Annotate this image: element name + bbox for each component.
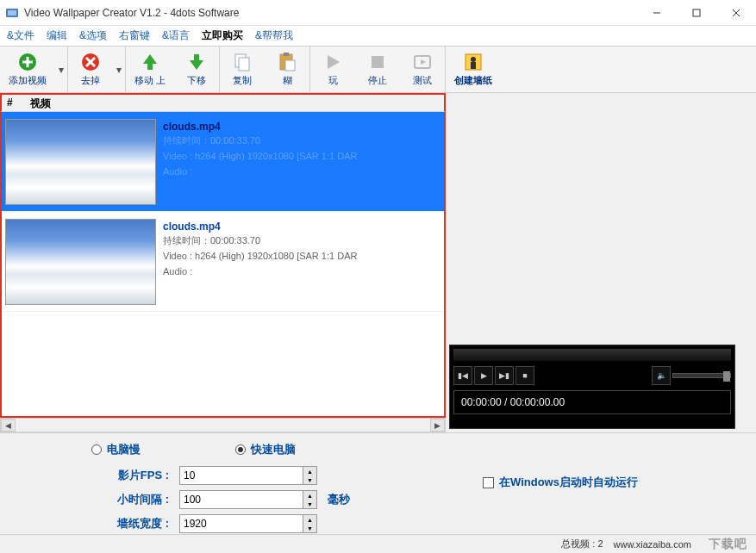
test-button[interactable]: 测试	[400, 47, 445, 92]
scroll-track[interactable]	[16, 419, 430, 432]
play-button[interactable]: 玩	[310, 47, 355, 92]
interval-spinner[interactable]: 100 ▲▼	[179, 490, 317, 509]
watermark: 下载吧	[709, 537, 747, 552]
svg-rect-1	[8, 10, 16, 16]
spin-down-icon[interactable]: ▼	[303, 524, 316, 532]
svg-point-24	[471, 57, 476, 62]
radio-icon	[91, 444, 102, 455]
title-bar: Video Wallpaper Creator V1.2 - 4dots Sof…	[0, 0, 756, 26]
video-codec: Video : h264 (High) 1920x1080 [SAR 1:1 D…	[163, 250, 357, 264]
menu-options[interactable]: &选项	[79, 28, 107, 43]
radio-slow-label: 电脑慢	[107, 442, 141, 457]
video-filename: clouds.mp4	[163, 121, 357, 133]
video-audio: Audio :	[163, 265, 357, 279]
fps-label: 影片FPS :	[91, 468, 169, 483]
svg-rect-18	[285, 60, 295, 71]
copy-button[interactable]: 复制	[220, 47, 265, 92]
status-site: www.xiazaiba.com	[614, 539, 691, 550]
build-button[interactable]: 创建墙纸	[446, 47, 501, 92]
remove-button[interactable]: 去掉	[68, 47, 113, 92]
svg-marker-19	[328, 55, 340, 69]
moveup-button[interactable]: 移动 上	[126, 47, 174, 92]
maximize-button[interactable]	[677, 0, 716, 26]
movedown-button[interactable]: 下移	[174, 47, 219, 92]
add-video-label: 添加视频	[9, 74, 47, 87]
svg-marker-13	[190, 54, 203, 70]
video-audio: Audio :	[163, 165, 357, 179]
copy-label: 复制	[233, 74, 252, 87]
radio-fast-pc[interactable]: 快速电脑	[235, 442, 296, 457]
spin-down-icon[interactable]: ▼	[303, 475, 316, 484]
radio-fast-label: 快速电脑	[251, 442, 296, 457]
video-duration: 持续时间：00:00:33.70	[163, 134, 357, 148]
toolbar: 添加视频 ▾ 去掉 ▾ 移动 上 下移 复制 糊 玩	[0, 47, 756, 93]
build-label: 创建墙纸	[454, 74, 492, 87]
list-row[interactable]: clouds.mp4 持续时间：00:00:33.70 Video : h264…	[2, 112, 444, 212]
autorun-label: 在Windows启动时自动运行	[499, 475, 638, 490]
interval-value: 100	[184, 494, 201, 506]
horizontal-scrollbar[interactable]: ◀ ▶	[0, 418, 446, 432]
close-button[interactable]	[716, 0, 756, 26]
spin-up-icon[interactable]: ▲	[303, 467, 316, 475]
status-total: 总视频 : 2	[561, 537, 603, 550]
menu-rightkey[interactable]: 右窗键	[119, 28, 150, 43]
interval-label: 小时间隔 :	[91, 492, 169, 507]
spin-up-icon[interactable]: ▲	[303, 515, 316, 524]
video-filename: clouds.mp4	[163, 221, 357, 233]
remove-dropdown-arrow[interactable]: ▾	[113, 47, 125, 92]
arrow-up-icon	[140, 52, 160, 72]
player-mute-button[interactable]: 🔈	[652, 366, 671, 385]
menu-file[interactable]: &文件	[7, 28, 34, 43]
player-prev-button[interactable]: ▮◀	[453, 366, 472, 385]
menu-buy[interactable]: 立即购买	[202, 28, 243, 43]
movedown-label: 下移	[187, 74, 206, 87]
remove-label: 去掉	[81, 74, 100, 87]
player-play-button[interactable]: ▶	[474, 366, 493, 385]
play-label: 玩	[328, 74, 338, 87]
add-video-button[interactable]: 添加视频	[0, 47, 55, 92]
preview-pane: ▮◀ ▶ ▶▮ ■ 🔈 00:00:00 / 00:00:00.00	[446, 93, 756, 432]
width-label: 墙纸宽度 :	[91, 516, 169, 531]
radio-slow-pc[interactable]: 电脑慢	[91, 442, 141, 457]
player-next-button[interactable]: ▶▮	[495, 366, 514, 385]
menu-bar: &文件 编辑 &选项 右窗键 &语言 立即购买 &帮帮我	[0, 26, 756, 47]
minimize-button[interactable]	[637, 0, 677, 26]
list-header: # 视频	[0, 93, 446, 112]
player-seekbar[interactable]	[453, 349, 731, 361]
fps-value: 10	[184, 469, 195, 482]
stop-button[interactable]: 停止	[355, 47, 400, 92]
scroll-left-arrow[interactable]: ◀	[1, 419, 16, 432]
player-time: 00:00:00 / 00:00:00.00	[453, 390, 731, 414]
build-icon	[463, 52, 484, 72]
fps-spinner[interactable]: 10 ▲▼	[179, 466, 317, 485]
menu-edit[interactable]: 编辑	[47, 28, 67, 43]
col-video[interactable]: 视频	[30, 96, 51, 109]
autorun-checkbox[interactable]: 在Windows启动时自动运行	[483, 475, 638, 490]
list-body[interactable]: clouds.mp4 持续时间：00:00:33.70 Video : h264…	[0, 112, 446, 418]
scroll-right-arrow[interactable]: ▶	[430, 419, 445, 432]
moveup-label: 移动 上	[134, 74, 166, 87]
volume-slider[interactable]	[672, 373, 731, 378]
spin-up-icon[interactable]: ▲	[303, 491, 316, 500]
add-dropdown-arrow[interactable]: ▾	[55, 47, 67, 92]
svg-marker-22	[421, 59, 426, 65]
paste-button[interactable]: 糊	[265, 47, 309, 92]
checkbox-icon	[483, 477, 494, 488]
status-bar: 总视频 : 2 www.xiazaiba.com 下载吧	[0, 534, 756, 553]
video-thumbnail	[5, 219, 156, 305]
col-num[interactable]: #	[7, 96, 13, 109]
player-stop-button[interactable]: ■	[515, 366, 534, 385]
test-label: 测试	[413, 74, 432, 87]
radio-icon	[235, 444, 246, 455]
window-title: Video Wallpaper Creator V1.2 - 4dots Sof…	[24, 7, 637, 19]
plus-icon	[17, 52, 38, 72]
width-value: 1920	[184, 518, 207, 530]
width-spinner[interactable]: 1920 ▲▼	[179, 514, 317, 533]
list-row[interactable]: clouds.mp4 持续时间：00:00:33.70 Video : h264…	[2, 212, 444, 312]
spin-down-icon[interactable]: ▼	[303, 500, 316, 508]
menu-help[interactable]: &帮帮我	[255, 28, 293, 43]
menu-language[interactable]: &语言	[162, 28, 190, 43]
play-icon	[322, 52, 343, 72]
video-list-pane: # 视频 clouds.mp4 持续时间：00:00:33.70 Video :…	[0, 93, 446, 432]
stop-label: 停止	[368, 74, 387, 87]
